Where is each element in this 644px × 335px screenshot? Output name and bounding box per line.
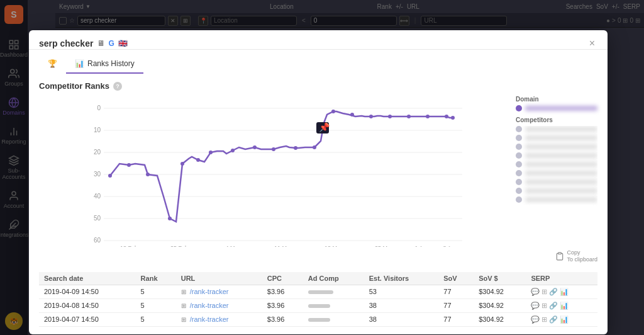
comp-label	[525, 153, 597, 158]
svg-text:50: 50	[94, 215, 101, 222]
svg-text:20: 20	[94, 149, 101, 156]
modal: serp checker 🖥 G 🇬🇧 × 🏆 📊 Ranks History …	[29, 30, 608, 334]
comp-dot	[516, 161, 522, 168]
cell-rank: 5	[136, 312, 176, 326]
flag-icon: 🇬🇧	[118, 39, 128, 48]
cell-sov-dollars: $304.92	[474, 285, 526, 298]
url-link[interactable]: /rank-tracker	[190, 302, 229, 309]
domain-color-dot	[516, 105, 522, 111]
monitor-icon: 🖥	[97, 39, 104, 48]
clipboard-label: CopyTo clipboard	[567, 249, 597, 263]
svg-rect-58	[558, 253, 562, 254]
svg-text:11 Mar: 11 Mar	[274, 245, 292, 247]
th-cpc: CPC	[262, 272, 303, 285]
comp-label	[525, 179, 597, 185]
link-icon[interactable]: 🔗	[549, 302, 558, 310]
legend-competitor-7	[516, 179, 597, 185]
chart-icon[interactable]: 📊	[560, 315, 569, 324]
svg-text:10: 10	[94, 127, 101, 133]
legend-competitor-1	[516, 126, 597, 132]
svg-text:25 Mar: 25 Mar	[375, 245, 392, 247]
cell-sov: 77	[438, 298, 474, 312]
svg-point-38	[146, 173, 150, 176]
svg-point-52	[407, 115, 411, 118]
serp-actions: 💬 ⊞ 🔗 📊	[531, 288, 592, 296]
chat-icon[interactable]: 💬	[531, 288, 540, 296]
url-icon: ⊞	[181, 302, 186, 309]
modal-overlay: serp checker 🖥 G 🇬🇧 × 🏆 📊 Ranks History …	[0, 0, 644, 335]
data-table: Search date Rank URL CPC Ad Comp Est. Vi…	[39, 272, 597, 327]
svg-text:18 Feb: 18 Feb	[120, 245, 138, 247]
help-icon[interactable]: ?	[113, 82, 122, 91]
close-button[interactable]: ×	[587, 38, 597, 49]
google-icon: G	[108, 39, 114, 48]
svg-text:1 Apr: 1 Apr	[414, 245, 428, 247]
th-search-date: Search date	[39, 272, 136, 285]
svg-point-45	[272, 147, 275, 151]
comp-dot	[516, 188, 522, 194]
cell-cpc: $3.96	[262, 298, 303, 312]
legend-scroll[interactable]	[516, 126, 597, 205]
th-est-visitors: Est. Visitors	[364, 272, 439, 285]
cell-url[interactable]: ⊞ /rank-tracker	[176, 285, 262, 298]
comp-dot	[516, 144, 522, 150]
cell-sov: 77	[438, 312, 474, 326]
legend-competitor-8	[516, 188, 597, 194]
comp-dot	[516, 170, 522, 176]
link-icon[interactable]: 🔗	[549, 288, 558, 296]
svg-point-53	[426, 115, 430, 118]
chart-container: 0 10 20 30 40 50 60 18 Feb 25 Feb 4 Mar …	[39, 96, 508, 247]
copy-icon[interactable]: ⊞	[541, 315, 547, 324]
cell-url[interactable]: ⊞ /rank-tracker	[176, 312, 262, 326]
modal-title-text: serp checker	[39, 38, 93, 48]
copy-icon[interactable]: ⊞	[541, 302, 547, 310]
ranks-history-tab-label: Ranks History	[87, 59, 135, 68]
serp-actions: 💬 ⊞ 🔗 📊	[531, 315, 592, 324]
cell-sov-dollars: $304.92	[474, 312, 526, 326]
svg-text:📌: 📌	[319, 122, 330, 133]
table-container[interactable]: Search date Rank URL CPC Ad Comp Est. Vi…	[39, 270, 597, 327]
tab-trophy[interactable]: 🏆	[39, 55, 66, 74]
trophy-icon: 🏆	[48, 59, 57, 68]
link-icon[interactable]: 🔗	[549, 315, 558, 324]
th-ad-comp: Ad Comp	[303, 272, 364, 285]
chart-icon[interactable]: 📊	[560, 288, 569, 296]
svg-point-44	[253, 145, 257, 149]
cell-url[interactable]: ⊞ /rank-tracker	[176, 298, 262, 312]
ad-comp-bar	[308, 304, 330, 308]
comp-label	[525, 135, 597, 140]
table-row: 2019-04-08 14:50 5 ⊞ /rank-tracker $3.96…	[39, 298, 597, 312]
cell-serp: 💬 ⊞ 🔗 📊	[526, 285, 597, 298]
svg-point-43	[231, 149, 235, 152]
comp-label	[525, 197, 597, 202]
chart-icon[interactable]: 📊	[560, 302, 569, 310]
comp-dot	[516, 152, 522, 159]
th-rank: Rank	[136, 272, 176, 285]
legend-competitor-2	[516, 135, 597, 141]
chart-legend: Domain Competitors	[516, 96, 597, 247]
ad-comp-bar	[308, 318, 330, 322]
domain-name	[525, 106, 597, 111]
cell-ad-comp	[303, 298, 364, 312]
svg-text:0: 0	[97, 105, 101, 111]
url-link[interactable]: /rank-tracker	[190, 288, 229, 295]
url-link[interactable]: /rank-tracker	[190, 315, 229, 323]
legend-competitor-6	[516, 170, 597, 176]
chat-icon[interactable]: 💬	[531, 302, 540, 310]
svg-point-55	[451, 116, 455, 120]
chat-icon[interactable]: 💬	[531, 315, 540, 324]
url-icon: ⊞	[181, 316, 186, 323]
svg-point-51	[388, 115, 392, 118]
clipboard-button[interactable]: CopyTo clipboard	[555, 249, 597, 263]
cell-cpc: $3.96	[262, 312, 303, 326]
modal-body: Competitor Ranks ?	[29, 74, 608, 334]
comp-dot	[516, 196, 522, 203]
modal-title: serp checker 🖥 G 🇬🇧	[39, 38, 587, 48]
tab-ranks-history[interactable]: 📊 Ranks History	[66, 55, 143, 74]
copy-icon[interactable]: ⊞	[541, 288, 547, 296]
chart-svg: 0 10 20 30 40 50 60 18 Feb 25 Feb 4 Mar …	[39, 96, 508, 247]
chart-wrapper: 0 10 20 30 40 50 60 18 Feb 25 Feb 4 Mar …	[39, 96, 597, 247]
modal-header: serp checker 🖥 G 🇬🇧 ×	[29, 30, 608, 50]
table-row: 2019-04-07 14:50 5 ⊞ /rank-tracker $3.96…	[39, 312, 597, 326]
legend-competitor-9	[516, 196, 597, 203]
